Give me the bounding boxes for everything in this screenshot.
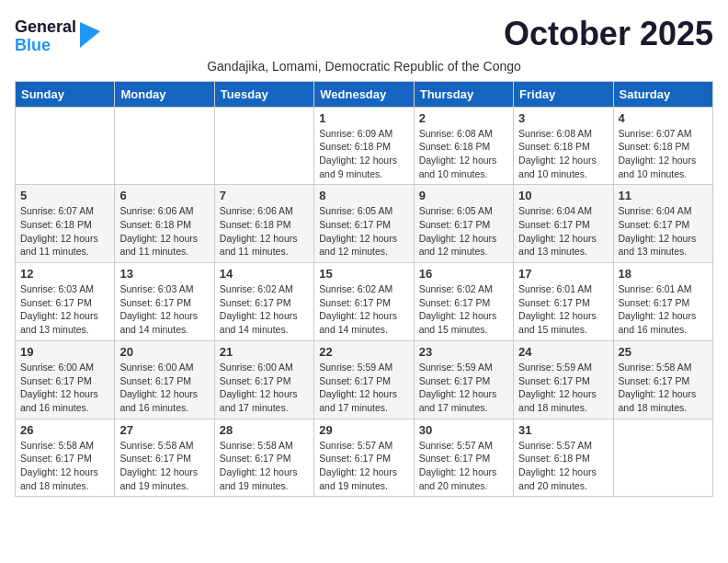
day-number: 14 (220, 267, 309, 281)
day-number: 15 (319, 267, 408, 281)
day-info: Sunrise: 6:05 AM Sunset: 6:17 PM Dayligh… (419, 204, 508, 259)
calendar-week-row: 26Sunrise: 5:58 AM Sunset: 6:17 PM Dayli… (16, 419, 713, 497)
day-info: Sunrise: 6:02 AM Sunset: 6:17 PM Dayligh… (419, 282, 508, 337)
day-number: 17 (518, 267, 608, 281)
day-info: Sunrise: 6:08 AM Sunset: 6:18 PM Dayligh… (419, 127, 508, 181)
day-number: 6 (119, 189, 209, 202)
table-row (214, 107, 313, 185)
table-row: 2Sunrise: 6:08 AM Sunset: 6:18 PM Daylig… (414, 107, 513, 185)
day-number: 5 (20, 189, 109, 202)
table-row: 29Sunrise: 5:57 AM Sunset: 6:17 PM Dayli… (314, 419, 414, 497)
table-row: 4Sunrise: 6:07 AM Sunset: 6:18 PM Daylig… (613, 107, 712, 185)
calendar-week-row: 12Sunrise: 6:03 AM Sunset: 6:17 PM Dayli… (16, 263, 713, 341)
day-number: 4 (619, 111, 708, 125)
day-number: 13 (119, 267, 209, 281)
day-info: Sunrise: 6:08 AM Sunset: 6:18 PM Dayligh… (518, 127, 608, 181)
table-row (16, 107, 115, 185)
day-number: 31 (518, 423, 608, 437)
day-number: 18 (619, 267, 708, 281)
logo-blue-text: Blue (15, 37, 76, 55)
table-row: 23Sunrise: 5:59 AM Sunset: 6:17 PM Dayli… (414, 340, 513, 419)
calendar-header-row: Sunday Monday Tuesday Wednesday Thursday… (16, 81, 713, 107)
day-info: Sunrise: 6:06 AM Sunset: 6:18 PM Dayligh… (220, 204, 309, 259)
day-number: 11 (619, 189, 708, 202)
day-info: Sunrise: 5:58 AM Sunset: 6:17 PM Dayligh… (20, 439, 109, 493)
day-info: Sunrise: 5:57 AM Sunset: 6:17 PM Dayligh… (419, 439, 508, 493)
day-info: Sunrise: 6:09 AM Sunset: 6:18 PM Dayligh… (319, 127, 408, 181)
day-info: Sunrise: 6:04 AM Sunset: 6:17 PM Dayligh… (518, 204, 608, 259)
calendar-table: Sunday Monday Tuesday Wednesday Thursday… (15, 81, 713, 498)
day-info: Sunrise: 5:58 AM Sunset: 6:17 PM Dayligh… (220, 439, 309, 493)
col-wednesday: Wednesday (314, 81, 414, 107)
table-row: 31Sunrise: 5:57 AM Sunset: 6:18 PM Dayli… (514, 419, 613, 497)
day-number: 29 (319, 423, 408, 437)
day-info: Sunrise: 5:58 AM Sunset: 6:17 PM Dayligh… (619, 361, 708, 415)
day-info: Sunrise: 5:59 AM Sunset: 6:17 PM Dayligh… (518, 361, 608, 415)
logo-general-text: General (15, 18, 76, 37)
day-info: Sunrise: 6:01 AM Sunset: 6:17 PM Dayligh… (619, 282, 708, 337)
table-row: 11Sunrise: 6:04 AM Sunset: 6:17 PM Dayli… (613, 185, 712, 263)
col-sunday: Sunday (16, 81, 115, 107)
day-number: 21 (220, 345, 309, 359)
day-number: 16 (419, 267, 508, 281)
table-row: 10Sunrise: 6:04 AM Sunset: 6:17 PM Dayli… (514, 185, 613, 263)
day-number: 20 (119, 345, 209, 359)
day-info: Sunrise: 5:58 AM Sunset: 6:17 PM Dayligh… (119, 439, 209, 493)
col-tuesday: Tuesday (214, 81, 313, 107)
day-info: Sunrise: 5:59 AM Sunset: 6:17 PM Dayligh… (419, 361, 508, 415)
table-row: 20Sunrise: 6:00 AM Sunset: 6:17 PM Dayli… (115, 340, 214, 419)
col-saturday: Saturday (613, 81, 712, 107)
table-row: 30Sunrise: 5:57 AM Sunset: 6:17 PM Dayli… (414, 419, 513, 497)
table-row: 24Sunrise: 5:59 AM Sunset: 6:17 PM Dayli… (514, 340, 613, 419)
table-row: 17Sunrise: 6:01 AM Sunset: 6:17 PM Dayli… (514, 263, 613, 341)
table-row (613, 419, 712, 497)
calendar-week-row: 1Sunrise: 6:09 AM Sunset: 6:18 PM Daylig… (16, 107, 713, 185)
day-number: 28 (220, 423, 309, 437)
table-row: 3Sunrise: 6:08 AM Sunset: 6:18 PM Daylig… (514, 107, 613, 185)
table-row: 1Sunrise: 6:09 AM Sunset: 6:18 PM Daylig… (314, 107, 414, 185)
logo: General Blue (15, 18, 100, 55)
day-number: 2 (419, 111, 508, 125)
day-info: Sunrise: 6:05 AM Sunset: 6:17 PM Dayligh… (319, 204, 408, 259)
day-number: 30 (419, 423, 508, 437)
day-number: 22 (319, 345, 408, 359)
day-info: Sunrise: 6:00 AM Sunset: 6:17 PM Dayligh… (119, 361, 209, 415)
day-number: 3 (518, 111, 608, 125)
table-row: 14Sunrise: 6:02 AM Sunset: 6:17 PM Dayli… (214, 263, 313, 341)
col-monday: Monday (115, 81, 214, 107)
day-info: Sunrise: 6:07 AM Sunset: 6:18 PM Dayligh… (619, 127, 708, 181)
table-row: 13Sunrise: 6:03 AM Sunset: 6:17 PM Dayli… (115, 263, 214, 341)
day-info: Sunrise: 6:03 AM Sunset: 6:17 PM Dayligh… (119, 282, 209, 337)
day-number: 25 (619, 345, 708, 359)
col-friday: Friday (514, 81, 613, 107)
table-row (115, 107, 214, 185)
table-row: 27Sunrise: 5:58 AM Sunset: 6:17 PM Dayli… (115, 419, 214, 497)
day-number: 26 (20, 423, 109, 437)
table-row: 8Sunrise: 6:05 AM Sunset: 6:17 PM Daylig… (314, 185, 414, 263)
day-info: Sunrise: 6:03 AM Sunset: 6:17 PM Dayligh… (20, 282, 109, 337)
table-row: 25Sunrise: 5:58 AM Sunset: 6:17 PM Dayli… (613, 340, 712, 419)
day-info: Sunrise: 6:04 AM Sunset: 6:17 PM Dayligh… (619, 204, 708, 259)
svg-marker-0 (80, 22, 100, 48)
day-info: Sunrise: 6:02 AM Sunset: 6:17 PM Dayligh… (319, 282, 408, 337)
day-info: Sunrise: 5:57 AM Sunset: 6:17 PM Dayligh… (319, 439, 408, 493)
table-row: 22Sunrise: 5:59 AM Sunset: 6:17 PM Dayli… (314, 340, 414, 419)
day-number: 9 (419, 189, 508, 202)
calendar-week-row: 19Sunrise: 6:00 AM Sunset: 6:17 PM Dayli… (16, 340, 713, 419)
table-row: 28Sunrise: 5:58 AM Sunset: 6:17 PM Dayli… (214, 419, 313, 497)
day-number: 10 (518, 189, 608, 202)
day-info: Sunrise: 6:06 AM Sunset: 6:18 PM Dayligh… (119, 204, 209, 259)
day-number: 1 (319, 111, 408, 125)
day-info: Sunrise: 6:00 AM Sunset: 6:17 PM Dayligh… (20, 361, 109, 415)
table-row: 16Sunrise: 6:02 AM Sunset: 6:17 PM Dayli… (414, 263, 513, 341)
day-number: 8 (319, 189, 408, 202)
day-number: 27 (119, 423, 209, 437)
day-number: 12 (20, 267, 109, 281)
day-info: Sunrise: 5:57 AM Sunset: 6:18 PM Dayligh… (518, 439, 608, 493)
day-number: 23 (419, 345, 508, 359)
month-title: October 2025 (504, 15, 713, 53)
logo-icon (80, 22, 100, 48)
col-thursday: Thursday (414, 81, 513, 107)
table-row: 21Sunrise: 6:00 AM Sunset: 6:17 PM Dayli… (214, 340, 313, 419)
table-row: 5Sunrise: 6:07 AM Sunset: 6:18 PM Daylig… (16, 185, 115, 263)
